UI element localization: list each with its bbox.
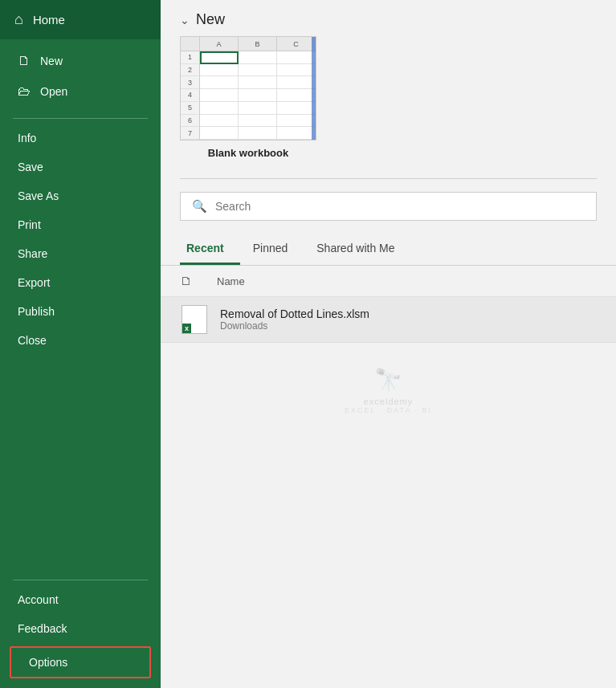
divider-line-1 [180, 178, 597, 179]
file-icon-placeholder: 🗋 [180, 274, 192, 287]
file-header-icon-col: 🗋 [180, 274, 206, 288]
tab-recent[interactable]: Recent [180, 234, 240, 265]
options-label: Options [29, 656, 67, 669]
sidebar-divider-1 [13, 118, 148, 119]
main-content: ⌄ New A B C 1 2 [161, 0, 616, 688]
sidebar: ⌂ Home 🗋 New 🗁 Open Info Save Save As Pr… [0, 0, 161, 688]
sidebar-item-open[interactable]: 🗁 Open [0, 76, 161, 107]
tab-pinned[interactable]: Pinned [247, 234, 304, 265]
sidebar-item-new[interactable]: 🗋 New [0, 46, 161, 76]
save-label: Save [18, 161, 43, 173]
close-label: Close [18, 334, 47, 347]
template-blank-label: Blank workbook [208, 147, 288, 159]
tab-pinned-label: Pinned [253, 242, 288, 254]
sidebar-item-info[interactable]: Info [0, 124, 161, 153]
print-label: Print [18, 218, 41, 231]
search-bar[interactable]: 🔍 [180, 192, 597, 221]
saveas-label: Save As [18, 189, 59, 202]
sidebar-item-share[interactable]: Share [0, 239, 161, 268]
file-name: Removal of Dotted Lines.xlsm [220, 307, 597, 320]
sidebar-item-feedback[interactable]: Feedback [0, 614, 161, 643]
publish-label: Publish [18, 305, 55, 318]
file-list: 🗋 Name x Removal of Dotted Lines.xlsm Do… [161, 266, 616, 343]
sidebar-item-export[interactable]: Export [0, 268, 161, 297]
file-list-header: 🗋 Name [161, 266, 616, 297]
file-location: Downloads [220, 320, 597, 332]
tab-shared[interactable]: Shared with Me [310, 234, 410, 265]
file-info: Removal of Dotted Lines.xlsm Downloads [220, 307, 597, 332]
feedback-label: Feedback [18, 622, 67, 635]
home-icon: ⌂ [14, 11, 23, 28]
file-icon-wrap: x [180, 305, 209, 334]
sidebar-bottom-group: Account Feedback Options [0, 575, 161, 688]
chevron-icon: ⌄ [180, 14, 190, 26]
section-header: ⌄ New [161, 0, 616, 36]
search-input[interactable] [215, 200, 585, 213]
export-label: Export [18, 276, 50, 289]
sidebar-top-group: 🗋 New 🗁 Open [0, 39, 161, 113]
sidebar-divider-2 [13, 580, 148, 580]
sidebar-item-save[interactable]: Save [0, 153, 161, 181]
template-thumb-blank: A B C 1 2 3 4 [180, 36, 316, 140]
file-xlsx-badge: x [182, 324, 191, 333]
account-label: Account [18, 593, 59, 606]
watermark-icon: 🔭 [374, 367, 402, 393]
file-row[interactable]: x Removal of Dotted Lines.xlsm Downloads [161, 297, 616, 343]
sidebar-item-close[interactable]: Close [0, 326, 161, 355]
file-header-name: Name [217, 275, 245, 287]
sidebar-item-new-label: New [40, 55, 63, 67]
sidebar-item-open-label: Open [40, 85, 67, 98]
open-icon: 🗁 [18, 84, 31, 99]
template-card-blank[interactable]: A B C 1 2 3 4 [180, 36, 316, 159]
sidebar-item-account[interactable]: Account [0, 585, 161, 614]
sidebar-item-options[interactable]: Options [10, 646, 151, 678]
sidebar-item-home[interactable]: ⌂ Home [0, 0, 161, 39]
tabs-row: Recent Pinned Shared with Me [161, 234, 616, 266]
home-label: Home [33, 13, 65, 26]
sidebar-middle-group: Info Save Save As Print Share Export Pub… [0, 124, 161, 355]
new-icon: 🗋 [18, 54, 31, 68]
search-icon: 🔍 [192, 199, 207, 214]
tab-shared-label: Shared with Me [316, 242, 394, 254]
watermark-sub: EXCEL · DATA · BI [345, 406, 432, 414]
templates-area: A B C 1 2 3 4 [161, 36, 616, 172]
sidebar-item-saveas[interactable]: Save As [0, 181, 161, 210]
sidebar-item-print[interactable]: Print [0, 210, 161, 239]
share-label: Share [18, 247, 47, 260]
watermark-text: exceldemy [364, 397, 414, 406]
watermark: 🔭 exceldemy EXCEL · DATA · BI [161, 343, 616, 438]
info-label: Info [18, 132, 36, 145]
file-icon-bg: x [182, 305, 207, 334]
sidebar-item-publish[interactable]: Publish [0, 297, 161, 326]
tab-recent-label: Recent [186, 242, 224, 254]
section-title: New [196, 11, 225, 28]
